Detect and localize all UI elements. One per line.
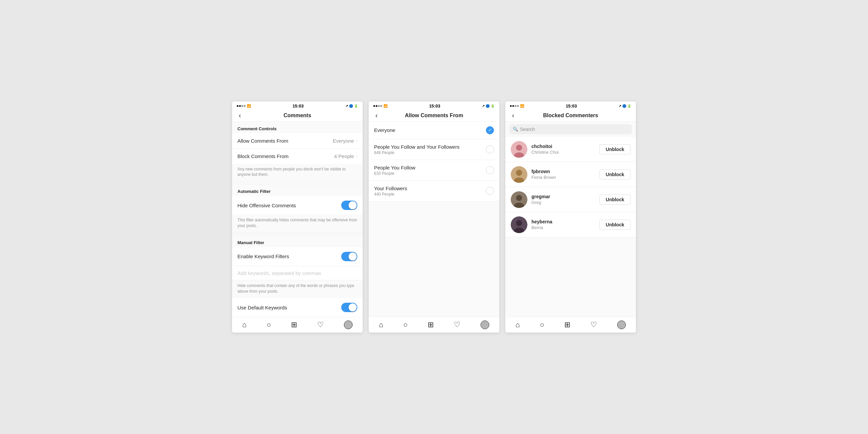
unblock-button-heyberna[interactable]: Unblock xyxy=(599,220,630,230)
acf-text-follow: People You Follow 633 People xyxy=(374,165,415,176)
add-tab-3[interactable]: ⊞ xyxy=(564,320,570,329)
dot2 xyxy=(239,105,241,107)
dot3 xyxy=(242,105,243,107)
block-comments-row[interactable]: Block Comments From 4 People › xyxy=(232,149,363,164)
status-bar-3: 📶 15:03 ↗ 🔵 🔋 xyxy=(505,101,636,110)
dot1-3 xyxy=(510,105,512,107)
default-keywords-row: Use Default Keywords xyxy=(232,298,363,317)
acf-title-follow: People You Follow xyxy=(374,165,415,170)
blocked-user-fpbrown: fpbrown Fiona Brown Unblock xyxy=(505,162,636,187)
block-comments-label: Block Comments From xyxy=(238,153,289,159)
profile-tab-2[interactable] xyxy=(480,320,489,329)
user-info-fpbrown: fpbrown Fiona Brown xyxy=(531,169,595,180)
home-tab-1[interactable]: ⌂ xyxy=(242,320,246,329)
tab-bar-3: ⌂ ○ ⊞ ♡ xyxy=(505,317,636,333)
wifi-icon-3: 📶 xyxy=(520,104,524,108)
unblock-button-chchoitoi[interactable]: Unblock xyxy=(599,144,630,154)
acf-text-followers: Your Followers 440 People xyxy=(374,186,407,196)
avatar-gregmar xyxy=(511,191,527,208)
avatar-chchoitoi xyxy=(511,141,527,158)
radio-followers[interactable] xyxy=(486,187,494,195)
user-info-heyberna: heyberna Berna xyxy=(531,219,595,230)
tab-bar-1: ⌂ ○ ⊞ ♡ xyxy=(232,317,363,333)
screen1-content: Comment Controls Allow Comments From Eve… xyxy=(232,122,363,317)
allow-comments-row[interactable]: Allow Comments From Everyone › xyxy=(232,133,363,149)
screen-allow-comments: 📶 15:03 ↗ 🔵 🔋 ‹ Allow Comments From Ever… xyxy=(369,101,499,333)
search-bar[interactable]: 🔍 Search xyxy=(509,124,632,134)
default-keywords-toggle[interactable] xyxy=(341,303,357,312)
search-tab-2[interactable]: ○ xyxy=(403,320,407,329)
heart-tab-3[interactable]: ♡ xyxy=(590,320,597,329)
search-tab-1[interactable]: ○ xyxy=(267,320,271,329)
blocked-user-heyberna: heyberna Berna Unblock xyxy=(505,212,636,238)
manual-filter-group: Enable Keyword Filters xyxy=(232,247,363,266)
user-info-chchoitoi: chchoitoi Christine Choi xyxy=(531,144,595,155)
screen2-content: Everyone ✓ People You Follow and Your Fo… xyxy=(369,122,499,317)
status-left-2: 📶 xyxy=(373,104,388,108)
add-tab-2[interactable]: ⊞ xyxy=(428,320,434,329)
acf-option-follow-followers[interactable]: People You Follow and Your Followers 848… xyxy=(369,139,499,160)
nav-title-3: Blocked Commenters xyxy=(543,113,598,119)
unblock-button-fpbrown[interactable]: Unblock xyxy=(599,169,630,180)
divider-1 xyxy=(232,182,363,184)
acf-title-everyone: Everyone xyxy=(374,127,395,133)
unblock-button-gregmar[interactable]: Unblock xyxy=(599,194,630,205)
acf-option-follow[interactable]: People You Follow 633 People xyxy=(369,160,499,181)
user-name-gregmar: Greg xyxy=(531,200,595,205)
add-tab-1[interactable]: ⊞ xyxy=(291,320,297,329)
acf-sub-follow-followers: 848 People xyxy=(374,150,460,155)
hide-offensive-row: Hide Offensive Comments xyxy=(232,196,363,215)
back-button-2[interactable]: ‹ xyxy=(373,111,380,120)
status-bar-1: 📶 15:03 ↗ 🔵 🔋 xyxy=(232,101,363,110)
radio-everyone[interactable]: ✓ xyxy=(486,126,494,134)
time-2: 15:03 xyxy=(429,103,440,108)
home-tab-2[interactable]: ⌂ xyxy=(379,320,383,329)
profile-tab-1[interactable] xyxy=(344,320,352,329)
user-name-heyberna: Berna xyxy=(531,225,595,230)
svg-point-1 xyxy=(516,145,522,151)
avatar-heyberna xyxy=(511,216,527,233)
heart-tab-2[interactable]: ♡ xyxy=(454,320,461,329)
acf-sub-followers: 440 People xyxy=(374,192,407,196)
allow-comments-right: Everyone › xyxy=(333,138,357,144)
acf-option-followers[interactable]: Your Followers 440 People xyxy=(369,181,499,202)
profile-tab-3[interactable] xyxy=(617,320,626,329)
enable-keyword-label: Enable Keyword Filters xyxy=(238,253,289,259)
battery-icon-1: 🔋 xyxy=(354,104,358,108)
heart-tab-1[interactable]: ♡ xyxy=(317,320,324,329)
svg-point-4 xyxy=(516,170,522,176)
chevron-block: › xyxy=(356,154,357,158)
search-placeholder: Search xyxy=(520,127,535,132)
back-button-3[interactable]: ‹ xyxy=(510,111,516,120)
user-info-gregmar: gregmar Greg xyxy=(531,194,595,205)
avatar-fpbrown xyxy=(511,166,527,183)
radio-follow[interactable] xyxy=(486,166,494,174)
keyword-input-field[interactable]: Add keywords, separated by commas xyxy=(232,266,363,280)
acf-option-everyone[interactable]: Everyone ✓ xyxy=(369,122,499,139)
signal-dots-3 xyxy=(510,105,519,107)
home-tab-3[interactable]: ⌂ xyxy=(516,320,520,329)
acf-sub-follow: 633 People xyxy=(374,171,415,176)
location-icon-1: ↗ xyxy=(345,104,348,108)
time-1: 15:03 xyxy=(292,103,303,108)
signal-dots-2 xyxy=(373,105,382,107)
search-bar-row: 🔍 Search xyxy=(505,122,636,137)
tab-bar-2: ⌂ ○ ⊞ ♡ xyxy=(369,317,499,333)
allow-comments-label: Allow Comments From xyxy=(238,138,288,144)
enable-keyword-toggle[interactable] xyxy=(341,252,357,261)
hide-offensive-toggle[interactable] xyxy=(341,200,357,210)
enable-keyword-row: Enable Keyword Filters xyxy=(232,247,363,266)
bluetooth-icon-2: 🔵 xyxy=(486,104,490,108)
screens-container: 📶 15:03 ↗ 🔵 🔋 ‹ Comments Comment Control… xyxy=(225,95,643,340)
block-comments-value: 4 People xyxy=(334,153,354,159)
nav-title-1: Comments xyxy=(284,113,311,119)
svg-point-10 xyxy=(516,220,522,226)
acf-options-group: Everyone ✓ People You Follow and Your Fo… xyxy=(369,122,499,202)
screen-blocked-commenters: 📶 15:03 ↗ 🔵 🔋 ‹ Blocked Commenters 🔍 Sea… xyxy=(505,101,636,333)
auto-filter-group: Hide Offensive Comments xyxy=(232,196,363,215)
search-tab-3[interactable]: ○ xyxy=(540,320,544,329)
svg-point-7 xyxy=(516,195,522,201)
dot4-2 xyxy=(380,105,382,107)
radio-follow-followers[interactable] xyxy=(486,145,494,153)
back-button-1[interactable]: ‹ xyxy=(237,111,243,120)
